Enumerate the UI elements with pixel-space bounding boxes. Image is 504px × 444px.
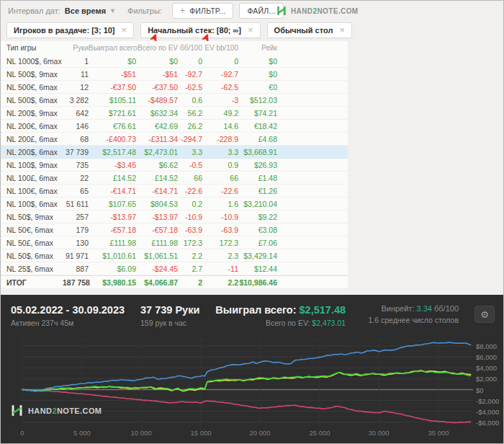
x-axis-tick-label: 20 000 <box>249 429 270 437</box>
summary-header: 05.02.2022 - 30.09.2023 Активен 237ч 45м… <box>1 295 503 327</box>
table-cell: NL 1000$, 6max <box>6 57 63 66</box>
table-row[interactable]: NL 1000$, 6max1$0$000$0 <box>1 55 348 68</box>
table-cell: 56.2 <box>178 109 202 117</box>
table-row[interactable]: NL 50£, 6max130£111.98£111.98172.3172.3£… <box>1 236 348 249</box>
chart-watermark: HAND2NOTE.COM <box>11 404 102 417</box>
chip-close-icon[interactable]: × <box>339 27 345 34</box>
summary-ev-value: $2,473.01 <box>312 319 346 327</box>
table-row[interactable]: NL 25$, 6max887$6.09-$24.452.7-11$12.44 <box>1 262 348 275</box>
table-cell: 66 <box>178 174 202 182</box>
table-row[interactable]: NL 50$, 9max257-$13.97-$13.97-10.9-10.9$… <box>1 210 348 223</box>
x-axis-tick-label: 10 000 <box>130 429 151 437</box>
table-cell: 887 <box>63 265 89 273</box>
table-cell: 2.3 <box>202 252 238 260</box>
table-cell: -$489.57 <box>136 96 178 105</box>
table-header-row: Тип игрыРукиВыиграл всегоВсего по EVбб/1… <box>1 41 348 55</box>
table-cell: €18.42 <box>238 122 277 130</box>
chip-close-icon[interactable]: × <box>248 27 253 34</box>
table-cell: 0.6 <box>178 96 202 105</box>
table-cell: $0 <box>89 57 136 66</box>
filter-chip[interactable]: Игроков в раздаче: [3; 10]× <box>6 22 134 38</box>
column-header: Тип игры <box>6 44 63 52</box>
y-axis-tick-label: $8,000 <box>476 342 504 350</box>
table-cell: 3 282 <box>63 96 89 105</box>
table-cell: -$3.45 <box>89 161 136 169</box>
hand2note-logo: HAND2NOTE.COM <box>276 6 359 16</box>
table-cell: -10.9 <box>202 213 238 221</box>
date-range-select[interactable]: Все время ▼ <box>65 6 116 15</box>
table-cell: 2.2 <box>202 278 238 287</box>
table-cell: $12.44 <box>238 265 277 273</box>
table-row[interactable]: NL 100£, 6max22£14.52£14.526666£1.48 <box>1 172 348 185</box>
active-filter-chips: Игроков в раздаче: [3; 10]×Начальный сте… <box>6 22 352 38</box>
table-cell: NL 50£, 6max <box>6 239 63 247</box>
filters-label: Фильтры: <box>127 6 162 15</box>
filter-chip[interactable]: Обычный стол× <box>267 22 352 38</box>
table-cell: $26.93 <box>238 161 277 169</box>
table-row[interactable]: NL 200$, 6max37 739$2,517.48$2,473.013.3… <box>1 146 348 159</box>
table-cell: NL 500$, 9max <box>6 70 63 79</box>
column-header: Всего по EV <box>136 44 178 52</box>
table-cell: NL 50$, 6max <box>6 252 63 260</box>
summary-winrate-line: Винрейт: 3.34 бб/100 <box>368 304 459 313</box>
table-row[interactable]: NL 50$, 6max91 971$1,010.61$1,061.512.22… <box>1 249 348 262</box>
table-cell: 172.3 <box>178 239 202 247</box>
table-cell: NL 200£, 6max <box>6 135 63 143</box>
summary-date-range: 05.02.2022 - 30.09.2023 <box>11 304 125 316</box>
table-cell: 91 971 <box>63 252 89 260</box>
date-range-value: Все время <box>65 6 106 15</box>
table-cell: $2,473.01 <box>136 148 178 156</box>
table-cell: -92.7 <box>178 70 202 79</box>
table-row[interactable]: NL 100$, 9max735-$3.45$6.62-0.50.9$26.93 <box>1 159 348 172</box>
table-cell: -€37.50 <box>136 83 178 92</box>
table-row[interactable]: NL 200$, 9max642$721.61$632.3456.249.2$7… <box>1 107 348 120</box>
table-row[interactable]: NL 100$, 6max51 611$107.65$804.530.21.6$… <box>1 197 348 210</box>
table-row[interactable]: NL 100€, 6max65-€14.71-€14.71-22.6-22.6€… <box>1 185 348 197</box>
table-row[interactable]: NL 500$, 6max3 282$105.11-$489.570.6-3$5… <box>1 94 348 107</box>
table-cell: 22 <box>63 174 89 182</box>
table-cell: $3,429.14 <box>238 252 277 260</box>
table-cell: $0 <box>136 57 178 66</box>
file-button-label: ФАЙЛ... <box>247 6 275 15</box>
hand2note-logo-text: HAND2NOTE.COM <box>291 7 359 15</box>
table-cell: NL 100€, 6max <box>6 187 63 195</box>
add-filter-button[interactable]: + ФИЛЬТР... <box>172 3 233 19</box>
x-axis-tick-label: 15 000 <box>190 429 211 437</box>
table-cell: NL 50€, 6max <box>6 226 63 234</box>
chart-settings-button[interactable]: ⚙ <box>474 306 495 323</box>
table-cell: 14.6 <box>202 122 238 130</box>
table-cell: NL 200$, 6max <box>6 148 63 156</box>
game-stats-table: Тип игрыРукиВыиграл всегоВсего по EVбб/1… <box>1 41 348 288</box>
chip-close-icon[interactable]: × <box>122 27 127 34</box>
table-row[interactable]: NL 500€, 6max12-€37.50-€37.50-62.5-62.5€… <box>1 81 348 94</box>
table-cell: 0.2 <box>178 200 202 208</box>
column-header: Руки <box>63 44 89 52</box>
table-cell: ИТОГ <box>6 278 63 287</box>
table-cell: NL 500$, 6max <box>6 96 63 105</box>
table-cell: -11 <box>202 265 238 273</box>
table-cell: 146 <box>63 122 89 130</box>
filter-chip-label: Игроков в раздаче: [3; 10] <box>14 26 115 35</box>
table-cell: -22.6 <box>178 187 202 195</box>
add-filter-label: ФИЛЬТР... <box>189 6 225 15</box>
table-cell: -10.9 <box>178 213 202 221</box>
table-cell: -3 <box>202 96 238 105</box>
hands-block: 37 739 Руки 159 рук в час <box>140 304 199 327</box>
table-cell: £111.98 <box>89 239 136 247</box>
table-cell: NL 100£, 6max <box>6 174 63 182</box>
table-row[interactable]: NL 50€, 6max179-€57.18-€57.18-63.9-63.9€… <box>1 223 348 236</box>
summary-active-time: Активен 237ч 45м <box>11 319 125 327</box>
table-cell: $105.11 <box>89 96 136 105</box>
table-cell: NL 50$, 9max <box>6 213 63 221</box>
table-body: NL 1000$, 6max1$0$000$0NL 500$, 9max11-$… <box>1 55 348 288</box>
table-cell: 1.6 <box>202 200 238 208</box>
table-row[interactable]: NL 200€, 6max146€76.61€42.6926.214.6€18.… <box>1 120 348 133</box>
y-axis-tick-label: -$2,000 <box>476 397 504 405</box>
table-cell: 12 <box>63 83 89 92</box>
date-interval-label: Интервал дат: <box>8 6 60 15</box>
table-cell: 642 <box>63 109 89 117</box>
winnings-block: Выиграл всего: $2,517.48 Всего по EV: $2… <box>215 304 346 327</box>
table-row[interactable]: NL 200£, 6max68-£400.73-£311.34-294.7-22… <box>1 133 348 146</box>
y-axis-tick-label: $0 <box>476 386 504 394</box>
table-row[interactable]: NL 500$, 9max11-$51-$51-92.7-92.7$0 <box>1 68 348 81</box>
